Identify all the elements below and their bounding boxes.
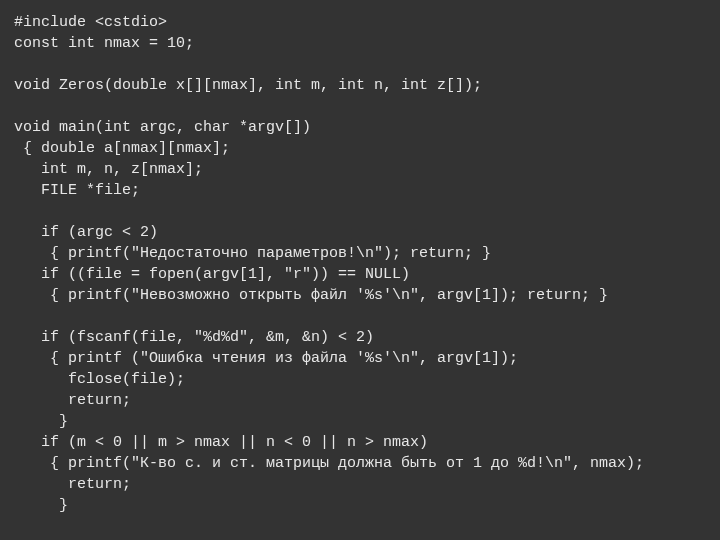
code-slide: #include <cstdio> const int nmax = 10; v… [0, 0, 720, 540]
code-block: #include <cstdio> const int nmax = 10; v… [14, 12, 706, 516]
